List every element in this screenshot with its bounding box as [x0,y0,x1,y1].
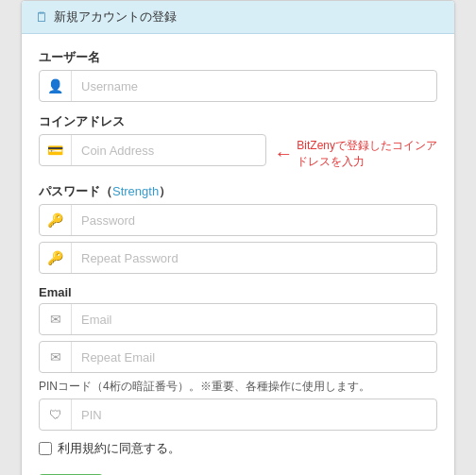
terms-checkbox[interactable] [39,442,52,455]
repeat-email-input[interactable] [72,342,436,372]
password-input-wrapper: 🔑 [39,204,437,236]
repeat-email-input-wrapper: ✉ [39,341,437,373]
repeat-password-input[interactable] [72,243,436,273]
email-icon: ✉ [40,304,72,334]
username-input-wrapper: 👤 [39,70,437,102]
coin-address-input[interactable] [72,135,265,165]
pin-input-wrapper: 🛡 [39,399,437,431]
password-icon: 🔑 [40,205,72,235]
repeat-password-icon: 🔑 [40,243,72,273]
terms-label: 利用規約に同意する。 [58,440,180,457]
repeat-email-icon: ✉ [40,342,72,372]
repeat-password-input-wrapper: 🔑 [39,242,437,274]
coin-address-input-wrapper: 💳 [39,134,266,166]
pin-input[interactable] [72,399,436,430]
coin-address-row: 💳 ← BitZenyで登録したコインアドレスを入力 [39,134,437,172]
pin-icon: 🛡 [40,399,72,430]
email-label: Email [39,285,437,299]
registration-card: 🗒 新規アカウントの登録 ユーザー名 👤 コインアドレス 💳 ← BitZeny… [21,0,455,475]
email-input[interactable] [72,304,436,334]
annotation-arrow-icon: ← [274,143,293,164]
strength-label: Strength [112,184,159,198]
email-input-wrapper: ✉ [39,303,437,335]
username-label: ユーザー名 [39,49,437,66]
card-header: 🗒 新規アカウントの登録 [22,1,454,34]
coin-icon: 💳 [40,135,72,165]
pin-label: PINコード（4桁の暗証番号）。※重要、各種操作に使用します。 [39,379,437,395]
card-header-title: 新規アカウントの登録 [54,8,177,25]
coin-address-label: コインアドレス [39,113,437,130]
password-label: パスワード（Strength） [39,183,437,200]
annotation-text: BitZenyで登録したコインアドレスを入力 [297,138,437,170]
card-header-icon: 🗒 [35,9,48,25]
password-input[interactable] [72,205,436,235]
terms-row: 利用規約に同意する。 [39,440,437,457]
coin-address-annotation: ← BitZenyで登録したコインアドレスを入力 [274,138,437,170]
user-icon: 👤 [40,71,72,101]
card-body: ユーザー名 👤 コインアドレス 💳 ← BitZenyで登録したコインアドレスを… [22,34,454,475]
username-input[interactable] [72,71,436,101]
